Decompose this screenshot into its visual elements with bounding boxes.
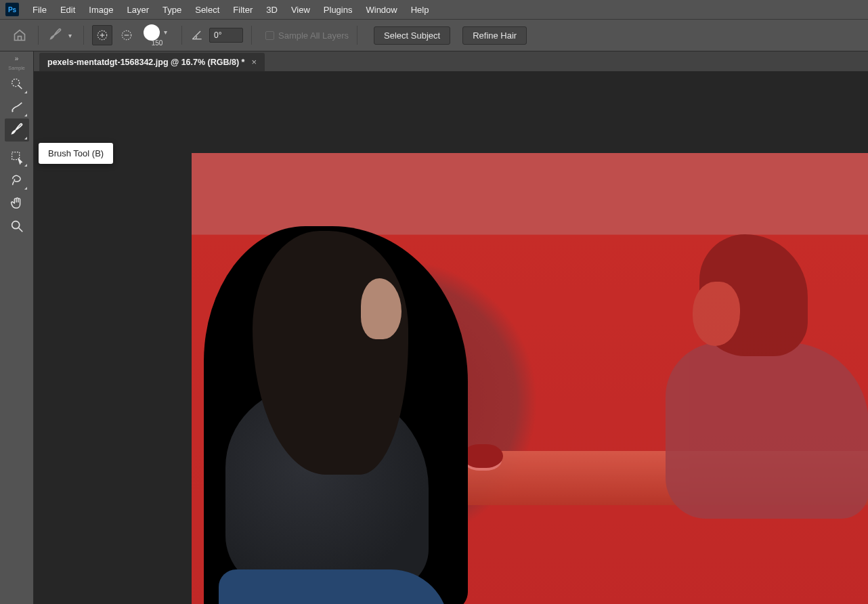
select-subject-button[interactable]: Select Subject xyxy=(374,26,450,45)
options-bar: ▾ ▾ 150 Sample All Layers xyxy=(0,19,868,51)
tooltip: Brush Tool (B) xyxy=(39,143,113,164)
hand-tool[interactable] xyxy=(5,192,29,215)
tool-preset-caret-icon[interactable]: ▾ xyxy=(68,32,75,39)
brush-size-value: 150 xyxy=(152,39,163,47)
refine-hair-button[interactable]: Refine Hair xyxy=(462,26,527,45)
menu-type[interactable]: Type xyxy=(156,2,188,18)
svg-line-8 xyxy=(18,228,22,232)
checkbox-icon xyxy=(265,31,274,40)
options-separator xyxy=(357,26,357,45)
document-tab[interactable]: pexels-mentatdgt-1568342.jpg @ 16.7% (RG… xyxy=(39,53,265,71)
options-separator xyxy=(181,26,182,45)
close-tab-icon[interactable]: × xyxy=(251,57,257,67)
rail-section-label: Sample xyxy=(8,65,24,70)
menu-file[interactable]: File xyxy=(26,2,53,18)
menu-help[interactable]: Help xyxy=(404,2,436,18)
object-selection-tool[interactable] xyxy=(5,146,29,169)
options-separator xyxy=(251,26,252,45)
tool-rail: » Sample xyxy=(0,51,34,604)
app-logo: Ps xyxy=(5,3,19,16)
sample-all-layers-checkbox[interactable]: Sample All Layers xyxy=(265,30,349,41)
refine-edge-brush-tool[interactable] xyxy=(5,95,29,118)
menu-image[interactable]: Image xyxy=(82,2,120,18)
quick-selection-tool[interactable] xyxy=(5,72,29,95)
brush-angle-input[interactable] xyxy=(209,28,243,43)
document-tab-strip: pexels-mentatdgt-1568342.jpg @ 16.7% (RG… xyxy=(34,51,868,72)
menu-edit[interactable]: Edit xyxy=(53,2,82,18)
menu-bar: Ps File Edit Image Layer Type Select Fil… xyxy=(0,0,868,19)
angle-icon xyxy=(190,28,204,43)
current-tool-icon[interactable] xyxy=(47,26,64,44)
zoom-tool[interactable] xyxy=(5,215,29,238)
subtract-mode-button[interactable] xyxy=(116,25,137,45)
canvas-area[interactable] xyxy=(34,72,868,604)
menu-window[interactable]: Window xyxy=(359,2,404,18)
document-image xyxy=(192,153,868,604)
home-button[interactable] xyxy=(9,27,30,43)
add-mode-button[interactable] xyxy=(92,25,112,45)
menu-select[interactable]: Select xyxy=(188,2,226,18)
menu-plugins[interactable]: Plugins xyxy=(317,2,360,18)
document-tab-title: pexels-mentatdgt-1568342.jpg @ 16.7% (RG… xyxy=(47,58,244,67)
menu-view[interactable]: View xyxy=(284,2,317,18)
menu-filter[interactable]: Filter xyxy=(226,2,259,18)
lasso-tool[interactable] xyxy=(5,169,29,192)
svg-point-7 xyxy=(12,221,19,229)
sample-all-layers-label: Sample All Layers xyxy=(278,30,349,41)
options-separator xyxy=(83,26,84,45)
brush-size-caret-icon[interactable]: ▾ xyxy=(164,28,171,36)
menu-layer[interactable]: Layer xyxy=(121,2,156,18)
menu-3d[interactable]: 3D xyxy=(259,2,284,18)
brush-tool[interactable] xyxy=(5,118,29,142)
brush-size-picker[interactable]: ▾ 150 xyxy=(144,24,171,47)
brush-preview-swatch xyxy=(144,24,160,41)
mask-cutout-subject xyxy=(205,231,476,604)
expand-panel-icon[interactable]: » xyxy=(12,54,22,62)
options-separator xyxy=(38,26,39,45)
